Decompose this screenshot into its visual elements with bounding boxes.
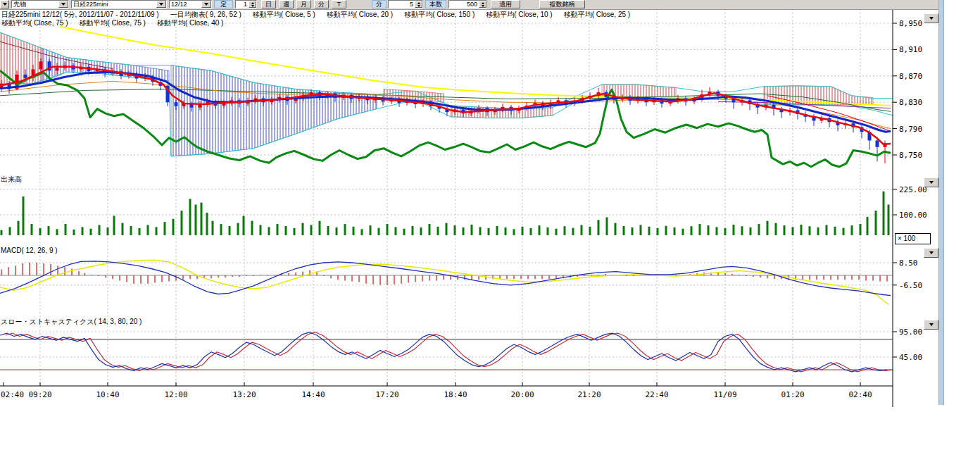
sash-spinner-value: 1	[242, 1, 249, 8]
stoch-axis-labels: 95.0045.00	[893, 327, 922, 362]
spin-down-icon	[251, 5, 254, 7]
price-axis-labels: 8,9508,9108,8708,8308,7908,750	[893, 19, 922, 160]
indicator-label: 移動平均( Close, 40 )	[157, 18, 223, 28]
chevron-down-icon	[929, 251, 934, 254]
indicator-label: 移動平均( Close, 75 )	[1, 18, 68, 28]
spin-up-icon	[251, 2, 254, 4]
stoch-panel-dropdown-button[interactable]	[924, 320, 938, 330]
instrument-type-dropdown-button[interactable]	[58, 1, 68, 8]
stochastics-panel	[0, 332, 893, 372]
axis-tick-label: 8,950	[899, 19, 922, 28]
indicator-label: 移動平均( Close, 150 )	[404, 10, 475, 20]
time-tick-label: 02:40	[848, 390, 872, 399]
volume-axis-labels: 225.00100.00	[893, 185, 927, 220]
period-button-day[interactable]: 日	[261, 0, 276, 8]
instrument-type-combobox[interactable]: 先物	[11, 0, 69, 8]
contract-month-value: 12/12	[170, 1, 201, 8]
spinner-buttons[interactable]	[479, 1, 486, 8]
spinner-buttons[interactable]	[415, 1, 422, 8]
time-axis-labels: 02:4009:2010:4012:0013:2014:4017:2018:40…	[1, 382, 872, 399]
indicator-label: 移動平均( Close, 20 )	[327, 10, 393, 20]
chevron-down-icon	[204, 3, 208, 6]
indicator-label: 移動平均( Close, 10 )	[486, 10, 552, 20]
axis-tick-label: -6.50	[899, 281, 922, 290]
time-tick-label: 22:40	[645, 390, 668, 399]
macd-panel-dropdown-button[interactable]	[924, 248, 938, 258]
period-button-tick[interactable]: T	[332, 0, 346, 8]
axis-tick-label: 95.00	[899, 327, 922, 337]
chevron-down-icon	[929, 181, 934, 184]
period-button-month[interactable]: 月	[296, 0, 311, 8]
time-tick-label: 01:20	[781, 390, 804, 399]
chevron-down-icon	[3, 3, 7, 6]
background-series	[0, 27, 893, 156]
spin-up-icon	[417, 2, 420, 4]
axis-tick-label: 8,790	[899, 125, 922, 134]
vertical-splitter-scrollbar[interactable]	[938, 0, 944, 405]
time-tick-label: 17:20	[375, 390, 398, 399]
axis-tick-label: 8,830	[899, 98, 922, 107]
interval-spinner[interactable]: 5	[388, 0, 423, 8]
period-button-week[interactable]: 週	[279, 0, 294, 8]
time-tick-label: 11/09	[713, 390, 736, 399]
axis-tick-label: 8,870	[899, 72, 922, 81]
time-tick-label: 12:00	[164, 390, 187, 399]
volume-multiplier-badge: × 100	[895, 233, 931, 244]
instrument-combobox[interactable]: 日経225mini	[71, 0, 167, 8]
interval-label: 分	[372, 0, 387, 8]
trading-chart-window: 先物 日経225mini 12/12 定 1 日 週 月 分 T 分 5 本数 …	[0, 0, 980, 462]
period-button-minute[interactable]: 分	[314, 0, 329, 8]
indicator-label: 移動平均( Close, 25 )	[564, 10, 630, 20]
time-tick-label: 18:40	[444, 390, 467, 399]
volume-panel-label: 出来高	[1, 175, 22, 185]
chevron-down-icon	[929, 323, 934, 326]
time-tick-label: 20:00	[510, 390, 534, 399]
time-tick-label: 21:20	[577, 390, 601, 399]
macd-panel	[0, 260, 893, 304]
indicator-labels-row-2: 移動平均( Close, 75 )移動平均( Close, 75 )移動平均( …	[1, 18, 223, 28]
time-tick-label: 14:40	[301, 390, 325, 399]
instrument-dropdown-button[interactable]	[156, 1, 166, 8]
macd-axis-labels: 8.50-6.50	[893, 258, 922, 290]
volume-panel-dropdown-button[interactable]	[924, 177, 938, 187]
indicator-label: 移動平均( Close, 5 )	[253, 10, 315, 20]
sash-label: 定	[214, 0, 233, 8]
macd-panel-label: MACD( 12, 26, 9 )	[1, 246, 58, 254]
instrument-type-value: 先物	[12, 1, 58, 8]
axis-tick-label: 8,750	[899, 151, 922, 160]
cont-month-dropdown-button[interactable]	[201, 1, 211, 8]
partial-combo-dropdown-button[interactable]	[0, 0, 9, 8]
chart-title-row-2: 移動平均( Close, 75 )移動平均( Close, 75 )移動平均( …	[1, 18, 223, 28]
axis-tick-label: 8,910	[899, 45, 922, 54]
bars-count-spinner[interactable]: 500	[448, 0, 487, 8]
indicator-label: 移動平均( Close, 75 )	[79, 18, 145, 28]
overlay-series	[0, 67, 891, 167]
stochastics-panel-label: スロー・ストキャスティクス( 14, 3, 80, 20 )	[1, 317, 142, 327]
price-panel	[0, 27, 893, 167]
instrument-value: 日経225mini	[72, 1, 156, 8]
chevron-down-icon	[61, 3, 65, 6]
multi-symbol-button[interactable]: 複数銘柄	[539, 0, 585, 8]
spin-up-icon	[482, 2, 484, 4]
time-tick-label: 09:20	[28, 390, 51, 399]
chart-canvas: 8,9508,9108,8708,8308,7908,750225.00100.…	[0, 0, 980, 462]
sash-spinner[interactable]: 1	[235, 0, 257, 8]
spin-down-icon	[482, 5, 484, 7]
interval-spinner-value: 5	[408, 1, 415, 8]
contract-month-combobox[interactable]: 12/12	[169, 0, 212, 8]
apply-button[interactable]: 適用	[491, 0, 520, 8]
bars-count-label: 本数	[425, 0, 446, 8]
volume-panel	[1, 192, 888, 235]
time-tick-label: 10:40	[96, 390, 119, 399]
spin-down-icon	[417, 5, 420, 7]
axis-tick-label: 100.00	[899, 211, 927, 220]
time-tick-label: 02:40	[1, 390, 24, 399]
spinner-buttons[interactable]	[249, 1, 256, 8]
indicator-labels-row-1: 一目均衡表( 9, 26, 52 )移動平均( Close, 5 )移動平均( …	[170, 10, 630, 20]
time-tick-label: 13:20	[232, 390, 256, 399]
toolbar: 先物 日経225mini 12/12 定 1 日 週 月 分 T 分 5 本数 …	[0, 0, 938, 10]
chevron-down-icon	[159, 3, 163, 6]
axis-tick-label: 8.50	[899, 258, 918, 268]
price-panel-dropdown-button[interactable]	[924, 13, 938, 23]
bars-count-value: 500	[465, 1, 479, 8]
